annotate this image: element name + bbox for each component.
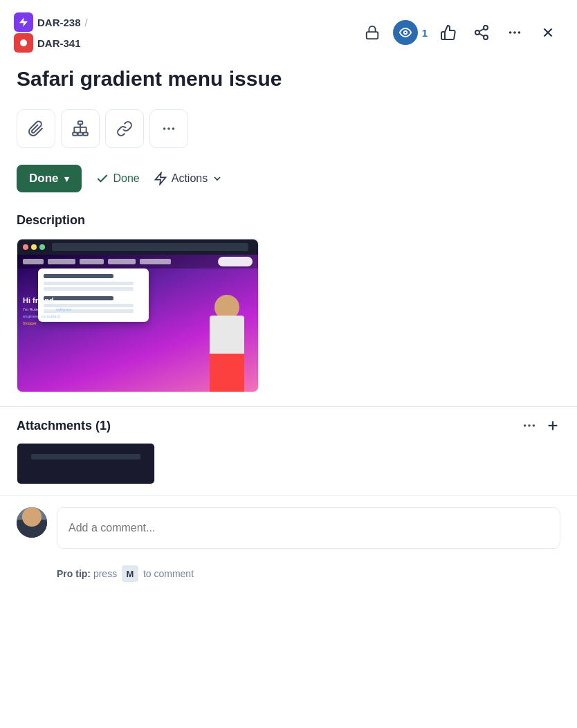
header: DAR-238 / DAR-341	[0, 0, 577, 60]
attachments-more-button[interactable]	[522, 418, 537, 433]
svg-marker-0	[19, 17, 28, 26]
actions-chevron-icon	[212, 173, 223, 184]
attachments-actions	[522, 418, 560, 433]
avatar-head	[22, 507, 42, 527]
status-done-label: Done	[29, 172, 59, 185]
sim-hero-text: Hi friend I'm Rutenis. I'm a software en…	[23, 296, 71, 325]
breadcrumb-dar341[interactable]: DAR-341	[37, 37, 81, 49]
actions-label: Actions	[172, 172, 208, 185]
pro-tip-press: press	[93, 568, 120, 579]
pro-tip-label: Pro tip:	[57, 568, 91, 579]
breadcrumb: DAR-238 / DAR-341	[14, 12, 88, 53]
sim-nav-item	[23, 259, 44, 264]
more-toolbar-button[interactable]	[149, 109, 188, 148]
add-attachment-button[interactable]	[545, 418, 560, 433]
header-actions: 1	[360, 20, 560, 45]
svg-line-8	[479, 29, 484, 32]
sim-hero-para: I'm Rutenis. I'm a software	[23, 307, 71, 311]
watch-button[interactable]: 1	[393, 20, 428, 45]
plus-icon	[545, 418, 560, 433]
breadcrumb-sep: /	[85, 17, 88, 28]
lightning-icon	[154, 172, 167, 185]
watch-count: 1	[422, 27, 428, 39]
hierarchy-icon	[71, 120, 89, 138]
browser-close-dot	[23, 244, 28, 250]
dar341-icon	[14, 33, 33, 53]
m-key-badge: M	[122, 565, 138, 582]
pro-tip: Pro tip: press M to comment	[0, 560, 577, 593]
sim-dropdown-item	[44, 282, 134, 285]
svg-point-23	[163, 127, 166, 130]
sim-hero-heading: Hi friend	[23, 296, 71, 304]
attachment-button[interactable]	[17, 109, 55, 148]
browser-max-dot	[39, 244, 45, 250]
sim-nav	[17, 255, 258, 269]
eye-icon	[399, 26, 412, 39]
title-section: Safari gradient menu issue	[0, 60, 577, 102]
close-button[interactable]	[535, 20, 560, 45]
paperclip-icon	[28, 120, 44, 137]
lock-button[interactable]	[360, 20, 385, 45]
more-toolbar-icon	[161, 121, 176, 136]
svg-point-27	[524, 424, 526, 427]
svg-point-24	[167, 127, 170, 130]
thumbs-up-icon	[440, 24, 457, 41]
sim-nav-item	[48, 259, 75, 264]
site-screenshot: Hi friend I'm Rutenis. I'm a software en…	[17, 255, 258, 392]
comment-input[interactable]	[57, 507, 560, 549]
svg-rect-15	[73, 132, 77, 135]
sim-hero-para2: engineer, consultant and a	[23, 314, 71, 318]
close-icon	[540, 25, 556, 40]
lock-icon	[365, 25, 380, 40]
dar238-icon	[14, 12, 33, 32]
browser-bar	[17, 239, 258, 255]
svg-point-10	[513, 31, 516, 34]
done-text: Done	[113, 172, 140, 185]
svg-point-29	[533, 424, 535, 427]
sim-nav-item	[140, 259, 171, 264]
actions-row: Done ▾ Done Actions	[0, 155, 577, 202]
svg-point-6	[484, 35, 488, 39]
svg-rect-2	[366, 32, 378, 39]
toolbar	[0, 102, 577, 155]
screenshot-container: Hi friend I'm Rutenis. I'm a software en…	[17, 239, 259, 392]
sim-person-body	[210, 316, 244, 357]
status-done-button[interactable]: Done ▾	[17, 165, 82, 192]
share-icon	[473, 24, 490, 41]
svg-rect-17	[83, 132, 88, 135]
share-button[interactable]	[469, 20, 494, 45]
attachment-thumbnail[interactable]	[17, 443, 155, 484]
svg-point-9	[509, 31, 512, 34]
link-button[interactable]	[105, 109, 144, 148]
svg-rect-16	[78, 132, 83, 135]
more-button[interactable]	[502, 20, 527, 45]
hierarchy-button[interactable]	[61, 109, 100, 148]
check-icon	[95, 172, 109, 185]
sim-dropdown-item	[44, 287, 134, 291]
description-label: Description	[0, 202, 577, 233]
svg-line-7	[479, 34, 484, 37]
actions-dropdown-button[interactable]: Actions	[154, 172, 223, 185]
svg-point-1	[20, 39, 27, 46]
svg-point-3	[403, 31, 407, 35]
sim-hero-para3: blogger.	[23, 321, 71, 325]
svg-point-25	[172, 127, 175, 130]
attachments-more-icon	[522, 418, 537, 433]
link-icon	[116, 120, 133, 137]
svg-point-4	[484, 26, 488, 30]
sim-nav-item	[108, 259, 136, 264]
svg-point-11	[518, 31, 521, 34]
browser-min-dot	[31, 244, 37, 250]
svg-marker-26	[155, 173, 165, 185]
done-check: Done	[95, 172, 140, 185]
comment-section	[0, 495, 577, 560]
like-button[interactable]	[436, 20, 461, 45]
breadcrumb-dar238[interactable]: DAR-238	[37, 17, 81, 28]
eye-circle	[393, 20, 418, 45]
attachment-thumb-inner	[17, 444, 154, 484]
description-area: Hi friend I'm Rutenis. I'm a software en…	[0, 233, 577, 406]
svg-rect-14	[78, 121, 83, 124]
attachments-section: Attachments (1)	[0, 406, 577, 495]
issue-title: Safari gradient menu issue	[17, 66, 560, 91]
svg-point-5	[475, 30, 479, 35]
